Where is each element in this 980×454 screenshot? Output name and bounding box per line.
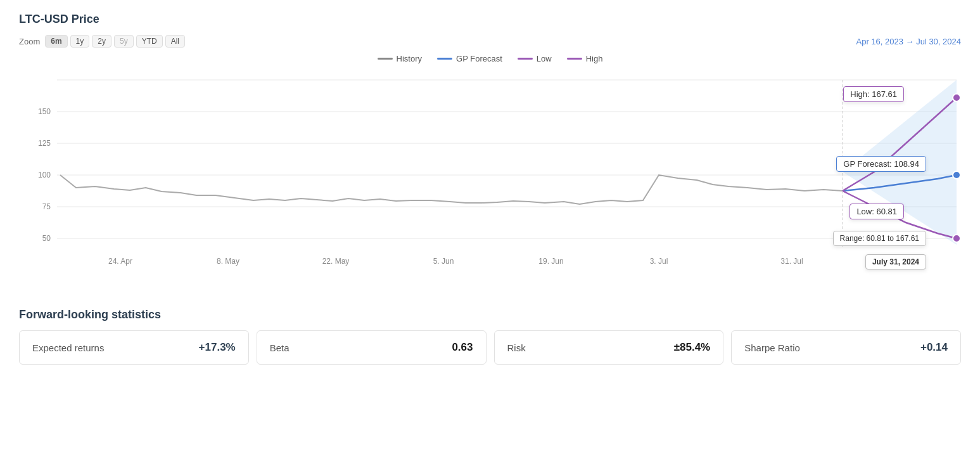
date-range: Apr 16, 2023 → Jul 30, 2024 <box>856 37 961 46</box>
chart-title: LTC-USD Price <box>19 13 961 26</box>
tooltip-range: Range: 60.81 to 167.61 <box>833 231 926 246</box>
zoom-1y[interactable]: 1y <box>70 35 90 48</box>
chart-area: 150 125 100 75 50 24. Apr 8. May 22. May… <box>19 67 961 295</box>
legend-high-label: High <box>586 54 603 63</box>
legend-high: High <box>567 54 603 63</box>
stat-value-risk: ±85.4% <box>674 341 711 354</box>
svg-point-21 <box>953 94 960 101</box>
legend-history-label: History <box>397 54 422 63</box>
zoom-bar: Zoom 6m 1y 2y 5y YTD All Apr 16, 2023 → … <box>19 35 961 48</box>
tooltip-gp-forecast: GP Forecast: 108.94 <box>836 156 926 172</box>
stat-label-beta: Beta <box>270 342 290 353</box>
stat-card-risk: Risk ±85.4% <box>494 330 724 365</box>
stats-section: Forward-looking statistics Expected retu… <box>19 308 961 365</box>
tooltip-gp-text: GP Forecast: 108.94 <box>843 159 919 169</box>
stat-card-sharpe-ratio: Sharpe Ratio +0.14 <box>731 330 961 365</box>
legend-gp-forecast-label: GP Forecast <box>456 54 502 63</box>
tooltip-low: Low: 60.81 <box>850 204 904 219</box>
svg-text:24. Apr: 24. Apr <box>108 257 132 266</box>
stat-label-expected-returns: Expected returns <box>32 342 104 353</box>
stat-label-risk: Risk <box>507 342 526 353</box>
zoom-ytd[interactable]: YTD <box>136 35 163 48</box>
zoom-2y[interactable]: 2y <box>92 35 111 48</box>
tooltip-date: July 31, 2024 <box>865 254 926 269</box>
svg-text:50: 50 <box>42 234 51 243</box>
svg-text:22. May: 22. May <box>322 257 350 266</box>
svg-point-20 <box>953 171 960 179</box>
legend-history: History <box>378 54 422 63</box>
legend-gp-forecast: GP Forecast <box>437 54 502 63</box>
stat-value-beta: 0.63 <box>452 341 473 354</box>
zoom-all[interactable]: All <box>165 35 185 48</box>
stat-value-expected-returns: +17.3% <box>199 341 236 354</box>
svg-text:75: 75 <box>42 202 51 211</box>
stat-value-sharpe-ratio: +0.14 <box>920 341 948 354</box>
zoom-5y[interactable]: 5y <box>114 35 134 48</box>
stats-title: Forward-looking statistics <box>19 308 961 321</box>
chart-legend: History GP Forecast Low High <box>19 54 961 63</box>
tooltip-high-text: High: 167.61 <box>850 89 897 99</box>
svg-text:100: 100 <box>38 171 51 179</box>
svg-text:19. Jun: 19. Jun <box>538 257 563 266</box>
svg-text:3. Jul: 3. Jul <box>650 257 668 266</box>
tooltip-low-text: Low: 60.81 <box>856 207 897 216</box>
svg-text:8. May: 8. May <box>217 257 239 266</box>
legend-low: Low <box>518 54 552 63</box>
stat-card-beta: Beta 0.63 <box>257 330 487 365</box>
stats-grid: Expected returns +17.3% Beta 0.63 Risk ±… <box>19 330 961 365</box>
legend-low-label: Low <box>537 54 552 63</box>
zoom-6m[interactable]: 6m <box>45 35 67 48</box>
tooltip-range-text: Range: 60.81 to 167.61 <box>840 234 919 243</box>
svg-text:125: 125 <box>38 139 51 148</box>
stat-label-sharpe-ratio: Sharpe Ratio <box>744 342 800 353</box>
chart-svg: 150 125 100 75 50 24. Apr 8. May 22. May… <box>19 67 961 295</box>
zoom-label: Zoom <box>19 37 40 46</box>
svg-text:5. Jun: 5. Jun <box>433 257 454 266</box>
svg-text:31. Jul: 31. Jul <box>780 257 803 266</box>
svg-point-22 <box>953 235 960 242</box>
svg-text:150: 150 <box>38 107 51 116</box>
stat-card-expected-returns: Expected returns +17.3% <box>19 330 249 365</box>
tooltip-high: High: 167.61 <box>843 86 904 102</box>
tooltip-date-text: July 31, 2024 <box>872 257 919 266</box>
